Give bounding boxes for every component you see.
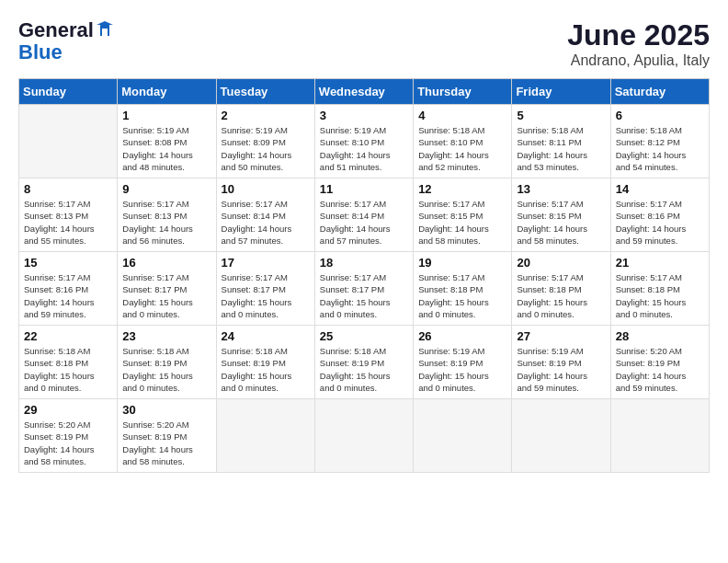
cell-details: Sunrise: 5:18 AM Sunset: 8:19 PM Dayligh…	[222, 345, 310, 394]
cell-details: Sunrise: 5:20 AM Sunset: 8:19 PM Dayligh…	[24, 419, 112, 467]
day-number: 3	[320, 109, 408, 122]
day-number: 14	[616, 182, 704, 196]
cell-details: Sunrise: 5:17 AM Sunset: 8:13 PM Dayligh…	[24, 198, 112, 247]
table-row: 18Sunrise: 5:17 AM Sunset: 8:17 PM Dayli…	[314, 252, 413, 326]
table-row: 3Sunrise: 5:19 AM Sunset: 8:10 PM Daylig…	[314, 105, 413, 178]
table-row: 5Sunrise: 5:18 AM Sunset: 8:11 PM Daylig…	[512, 105, 610, 178]
day-number: 6	[616, 109, 704, 122]
cell-details: Sunrise: 5:17 AM Sunset: 8:17 PM Dayligh…	[122, 271, 210, 320]
weekday-header-friday: Friday	[512, 79, 610, 105]
table-row: 14Sunrise: 5:17 AM Sunset: 8:16 PM Dayli…	[610, 178, 709, 252]
table-row: 11Sunrise: 5:17 AM Sunset: 8:14 PM Dayli…	[314, 178, 413, 252]
logo-general-text: General	[18, 18, 94, 42]
day-number: 26	[418, 329, 506, 343]
day-number: 10	[222, 182, 310, 196]
day-number: 24	[222, 329, 310, 343]
table-row: 9Sunrise: 5:17 AM Sunset: 8:13 PM Daylig…	[118, 178, 216, 252]
table-row: 19Sunrise: 5:17 AM Sunset: 8:18 PM Dayli…	[414, 252, 512, 326]
weekday-header-sunday: Sunday	[19, 79, 118, 105]
day-number: 29	[24, 403, 112, 417]
table-row: 12Sunrise: 5:17 AM Sunset: 8:15 PM Dayli…	[414, 178, 512, 252]
table-row	[216, 399, 314, 473]
svg-marker-1	[102, 29, 108, 36]
cell-details: Sunrise: 5:18 AM Sunset: 8:10 PM Dayligh…	[418, 124, 506, 173]
table-row	[314, 399, 413, 473]
calendar-table: SundayMondayTuesdayWednesdayThursdayFrid…	[18, 78, 710, 473]
cell-details: Sunrise: 5:18 AM Sunset: 8:18 PM Dayligh…	[24, 345, 112, 394]
day-number: 20	[517, 256, 605, 270]
table-row	[610, 399, 709, 473]
table-row: 30Sunrise: 5:20 AM Sunset: 8:19 PM Dayli…	[118, 399, 216, 473]
table-row	[512, 399, 610, 473]
table-row: 28Sunrise: 5:20 AM Sunset: 8:19 PM Dayli…	[610, 326, 709, 399]
table-row: 21Sunrise: 5:17 AM Sunset: 8:18 PM Dayli…	[610, 252, 709, 326]
day-number: 17	[222, 256, 310, 270]
day-number: 25	[320, 329, 408, 343]
table-row: 2Sunrise: 5:19 AM Sunset: 8:09 PM Daylig…	[216, 105, 314, 178]
weekday-header-thursday: Thursday	[414, 79, 512, 105]
cell-details: Sunrise: 5:19 AM Sunset: 8:19 PM Dayligh…	[517, 345, 605, 394]
cell-details: Sunrise: 5:17 AM Sunset: 8:17 PM Dayligh…	[320, 271, 408, 320]
day-number: 15	[24, 256, 112, 270]
table-row: 22Sunrise: 5:18 AM Sunset: 8:18 PM Dayli…	[19, 326, 118, 399]
title-block: June 2025 Andrano, Apulia, Italy	[567, 18, 710, 69]
table-row: 17Sunrise: 5:17 AM Sunset: 8:17 PM Dayli…	[216, 252, 314, 326]
day-number: 9	[122, 182, 210, 196]
cell-details: Sunrise: 5:17 AM Sunset: 8:18 PM Dayligh…	[418, 271, 506, 320]
cell-details: Sunrise: 5:19 AM Sunset: 8:10 PM Dayligh…	[320, 124, 408, 173]
weekday-header-saturday: Saturday	[610, 79, 709, 105]
day-number: 13	[517, 182, 605, 196]
weekday-header-monday: Monday	[118, 79, 216, 105]
cell-details: Sunrise: 5:18 AM Sunset: 8:19 PM Dayligh…	[122, 345, 210, 394]
day-number: 11	[320, 182, 408, 196]
table-row: 23Sunrise: 5:18 AM Sunset: 8:19 PM Dayli…	[118, 326, 216, 399]
table-row	[19, 105, 118, 178]
day-number: 5	[517, 109, 605, 122]
cell-details: Sunrise: 5:17 AM Sunset: 8:16 PM Dayligh…	[24, 271, 112, 320]
day-number: 8	[24, 182, 112, 196]
table-row: 13Sunrise: 5:17 AM Sunset: 8:15 PM Dayli…	[512, 178, 610, 252]
cell-details: Sunrise: 5:17 AM Sunset: 8:17 PM Dayligh…	[222, 271, 310, 320]
cell-details: Sunrise: 5:17 AM Sunset: 8:16 PM Dayligh…	[616, 198, 704, 247]
table-row: 27Sunrise: 5:19 AM Sunset: 8:19 PM Dayli…	[512, 326, 610, 399]
table-row	[414, 399, 512, 473]
cell-details: Sunrise: 5:18 AM Sunset: 8:19 PM Dayligh…	[320, 345, 408, 394]
table-row: 26Sunrise: 5:19 AM Sunset: 8:19 PM Dayli…	[414, 326, 512, 399]
page-header: General Blue June 2025 Andrano, Apulia, …	[18, 18, 710, 69]
cell-details: Sunrise: 5:20 AM Sunset: 8:19 PM Dayligh…	[616, 345, 704, 394]
cell-details: Sunrise: 5:17 AM Sunset: 8:18 PM Dayligh…	[517, 271, 605, 320]
day-number: 30	[122, 403, 210, 417]
cell-details: Sunrise: 5:17 AM Sunset: 8:14 PM Dayligh…	[320, 198, 408, 247]
day-number: 21	[616, 256, 704, 270]
day-number: 1	[122, 109, 210, 122]
logo-blue-text: Blue	[18, 42, 113, 63]
day-number: 27	[517, 329, 605, 343]
logo-arrow-icon	[97, 21, 113, 41]
weekday-header-tuesday: Tuesday	[216, 79, 314, 105]
day-number: 2	[222, 109, 310, 122]
day-number: 19	[418, 256, 506, 270]
day-number: 16	[122, 256, 210, 270]
month-title: June 2025	[567, 18, 710, 52]
location-text: Andrano, Apulia, Italy	[567, 52, 710, 69]
cell-details: Sunrise: 5:18 AM Sunset: 8:12 PM Dayligh…	[616, 124, 704, 173]
logo: General Blue	[18, 18, 113, 63]
cell-details: Sunrise: 5:17 AM Sunset: 8:13 PM Dayligh…	[122, 198, 210, 247]
cell-details: Sunrise: 5:20 AM Sunset: 8:19 PM Dayligh…	[122, 419, 210, 467]
table-row: 24Sunrise: 5:18 AM Sunset: 8:19 PM Dayli…	[216, 326, 314, 399]
table-row: 20Sunrise: 5:17 AM Sunset: 8:18 PM Dayli…	[512, 252, 610, 326]
cell-details: Sunrise: 5:19 AM Sunset: 8:08 PM Dayligh…	[122, 124, 210, 173]
cell-details: Sunrise: 5:19 AM Sunset: 8:09 PM Dayligh…	[222, 124, 310, 173]
table-row: 8Sunrise: 5:17 AM Sunset: 8:13 PM Daylig…	[19, 178, 118, 252]
table-row: 6Sunrise: 5:18 AM Sunset: 8:12 PM Daylig…	[610, 105, 709, 178]
table-row: 25Sunrise: 5:18 AM Sunset: 8:19 PM Dayli…	[314, 326, 413, 399]
table-row: 1Sunrise: 5:19 AM Sunset: 8:08 PM Daylig…	[118, 105, 216, 178]
cell-details: Sunrise: 5:18 AM Sunset: 8:11 PM Dayligh…	[517, 124, 605, 173]
cell-details: Sunrise: 5:17 AM Sunset: 8:15 PM Dayligh…	[517, 198, 605, 247]
table-row: 10Sunrise: 5:17 AM Sunset: 8:14 PM Dayli…	[216, 178, 314, 252]
table-row: 29Sunrise: 5:20 AM Sunset: 8:19 PM Dayli…	[19, 399, 118, 473]
cell-details: Sunrise: 5:19 AM Sunset: 8:19 PM Dayligh…	[418, 345, 506, 394]
table-row: 16Sunrise: 5:17 AM Sunset: 8:17 PM Dayli…	[118, 252, 216, 326]
cell-details: Sunrise: 5:17 AM Sunset: 8:18 PM Dayligh…	[616, 271, 704, 320]
day-number: 4	[418, 109, 506, 122]
